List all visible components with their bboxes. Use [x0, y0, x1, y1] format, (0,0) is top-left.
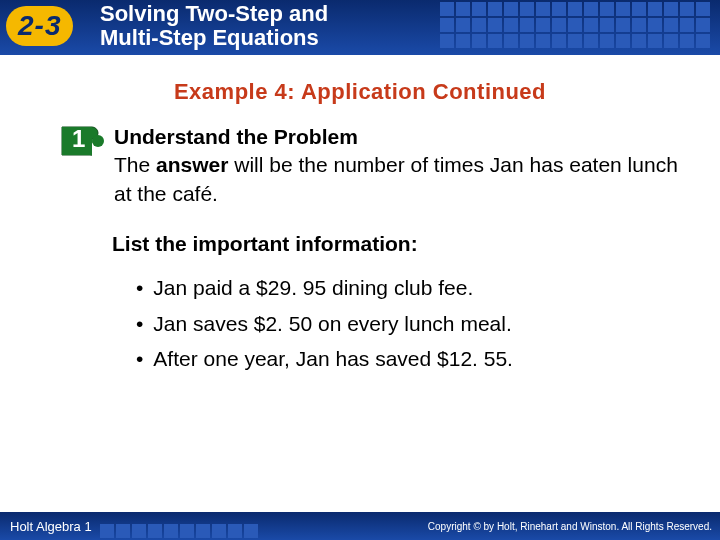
- footer-copyright: Copyright © by Holt, Rinehart and Winsto…: [428, 521, 712, 532]
- puzzle-piece-icon: 1: [60, 121, 106, 161]
- bullet-text: Jan saves $2. 50 on every lunch meal.: [153, 306, 511, 342]
- list-item: •Jan paid a $29. 95 dining club fee.: [136, 270, 680, 306]
- bullet-text: After one year, Jan has saved $12. 55.: [153, 341, 513, 377]
- lesson-number-badge: 2-3: [6, 6, 73, 46]
- svg-point-0: [92, 135, 104, 147]
- slide-footer: Holt Algebra 1 Copyright © by Holt, Rine…: [0, 512, 720, 540]
- bullet-icon: •: [136, 341, 143, 377]
- lesson-title: Solving Two-Step and Multi-Step Equation…: [100, 2, 328, 50]
- footer-book-title: Holt Algebra 1: [10, 519, 92, 534]
- step-title: Understand the Problem: [114, 123, 680, 151]
- step-row: 1 Understand the Problem The answer will…: [60, 123, 680, 208]
- lesson-title-line2: Multi-Step Equations: [100, 25, 319, 50]
- bullet-icon: •: [136, 306, 143, 342]
- list-item: •After one year, Jan has saved $12. 55.: [136, 341, 680, 377]
- step-body-bold: answer: [156, 153, 228, 176]
- step-text: Understand the Problem The answer will b…: [114, 123, 680, 208]
- step-number: 1: [72, 125, 85, 153]
- lesson-title-line1: Solving Two-Step and: [100, 1, 328, 26]
- list-item: •Jan saves $2. 50 on every lunch meal.: [136, 306, 680, 342]
- slide-content: Example 4: Application Continued 1 Under…: [0, 55, 720, 377]
- example-heading: Example 4: Application Continued: [40, 79, 680, 105]
- header-grid-decoration: [440, 0, 720, 55]
- bullet-list: •Jan paid a $29. 95 dining club fee. •Ja…: [136, 270, 680, 377]
- footer-grid-decoration: [100, 522, 258, 540]
- bullet-text: Jan paid a $29. 95 dining club fee.: [153, 270, 473, 306]
- bullet-icon: •: [136, 270, 143, 306]
- step-body-pre: The: [114, 153, 156, 176]
- slide-header: 2-3 Solving Two-Step and Multi-Step Equa…: [0, 0, 720, 55]
- step-body: The answer will be the number of times J…: [114, 151, 680, 208]
- list-heading: List the important information:: [112, 232, 680, 256]
